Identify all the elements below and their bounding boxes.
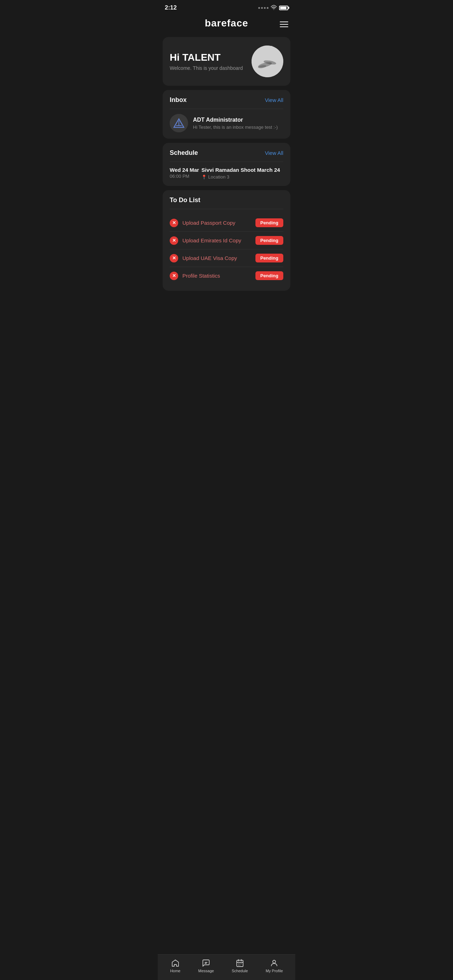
status-bar: 2:12 xyxy=(158,0,295,14)
todo-left-1: ✕ Upload Emirates Id Copy xyxy=(170,236,241,245)
schedule-date-line: Wed 24 Mar xyxy=(170,167,202,173)
schedule-event-title: Sivvi Ramadan Shoot March 24 xyxy=(202,167,283,173)
schedule-card: Schedule View All Wed 24 Mar 06:00 PM Si… xyxy=(163,143,290,186)
menu-button[interactable] xyxy=(280,22,288,27)
location-pin-icon: 📍 xyxy=(202,175,207,180)
schedule-title: Schedule xyxy=(170,149,198,157)
inbox-header: Inbox View All xyxy=(170,96,283,104)
schedule-day-name: Wed xyxy=(170,167,181,173)
todo-left-2: ✕ Upload UAE Visa Copy xyxy=(170,254,237,262)
adt-logo xyxy=(170,114,188,132)
todo-item-0[interactable]: ✕ Upload Passport Copy Pending xyxy=(170,214,283,232)
todo-title: To Do List xyxy=(170,196,200,204)
schedule-month: Mar xyxy=(189,167,199,173)
todo-item-2[interactable]: ✕ Upload UAE Visa Copy Pending xyxy=(170,250,283,267)
todo-header: To Do List xyxy=(170,196,283,204)
schedule-header: Schedule View All xyxy=(170,149,283,157)
logo-bold: face xyxy=(227,18,248,29)
inbox-card: Inbox View All ADT Administrator Hi Test… xyxy=(163,90,290,138)
todo-divider xyxy=(170,209,283,209)
svg-point-0 xyxy=(273,10,274,10)
todo-text-0: Upload Passport Copy xyxy=(183,220,235,226)
schedule-day-num: 24 xyxy=(183,167,188,173)
schedule-divider xyxy=(170,162,283,162)
inbox-info: ADT Administrator Hi Tester, this is an … xyxy=(193,117,278,130)
inbox-message: Hi Tester, this is an inbox message test… xyxy=(193,124,278,130)
status-time: 2:12 xyxy=(165,4,177,11)
greeting-subtitle: Welcome. This is your dashboard xyxy=(170,65,243,71)
schedule-location: 📍 Location 3 xyxy=(202,174,283,180)
todo-card: To Do List ✕ Upload Passport Copy Pendin… xyxy=(163,190,290,291)
todo-text-1: Upload Emirates Id Copy xyxy=(183,237,241,243)
avatar-image xyxy=(251,46,283,77)
todo-text-3: Profile Statistics xyxy=(183,273,220,279)
schedule-date-block: Wed 24 Mar 06:00 PM xyxy=(170,167,202,179)
inbox-avatar xyxy=(170,114,188,132)
schedule-view-all[interactable]: View All xyxy=(265,150,283,156)
signal-icon xyxy=(258,7,269,9)
schedule-time: 06:00 PM xyxy=(170,173,202,179)
inbox-sender: ADT Administrator xyxy=(193,117,278,123)
logo: bareface xyxy=(205,18,248,29)
inbox-view-all[interactable]: View All xyxy=(265,97,283,103)
todo-item-3[interactable]: ✕ Profile Statistics Pending xyxy=(170,267,283,284)
welcome-card: Hi TALENT Welcome. This is your dashboar… xyxy=(163,37,290,86)
battery-icon xyxy=(279,6,288,10)
avatar xyxy=(251,46,283,77)
welcome-text: Hi TALENT Welcome. This is your dashboar… xyxy=(170,52,243,71)
schedule-info: Sivvi Ramadan Shoot March 24 📍 Location … xyxy=(202,167,283,180)
todo-left-0: ✕ Upload Passport Copy xyxy=(170,219,235,227)
wifi-icon xyxy=(270,5,277,11)
schedule-item: Wed 24 Mar 06:00 PM Sivvi Ramadan Shoot … xyxy=(170,167,283,180)
todo-badge-3: Pending xyxy=(256,271,283,280)
todo-badge-0: Pending xyxy=(256,218,283,227)
todo-x-icon-1: ✕ xyxy=(170,236,178,245)
status-icons xyxy=(258,5,288,11)
todo-badge-2: Pending xyxy=(256,254,283,262)
todo-x-icon-0: ✕ xyxy=(170,219,178,227)
main-content: Hi TALENT Welcome. This is your dashboar… xyxy=(158,34,295,323)
schedule-location-text: Location 3 xyxy=(208,174,229,180)
greeting-title: Hi TALENT xyxy=(170,52,243,63)
logo-text: bare xyxy=(205,18,227,29)
inbox-divider xyxy=(170,109,283,109)
inbox-title: Inbox xyxy=(170,96,187,104)
todo-item-1[interactable]: ✕ Upload Emirates Id Copy Pending xyxy=(170,232,283,250)
inbox-item[interactable]: ADT Administrator Hi Tester, this is an … xyxy=(170,114,283,132)
todo-x-icon-3: ✕ xyxy=(170,272,178,280)
header: bareface xyxy=(158,14,295,34)
todo-badge-1: Pending xyxy=(256,236,283,245)
todo-left-3: ✕ Profile Statistics xyxy=(170,272,220,280)
todo-text-2: Upload UAE Visa Copy xyxy=(183,255,237,261)
todo-x-icon-2: ✕ xyxy=(170,254,178,262)
